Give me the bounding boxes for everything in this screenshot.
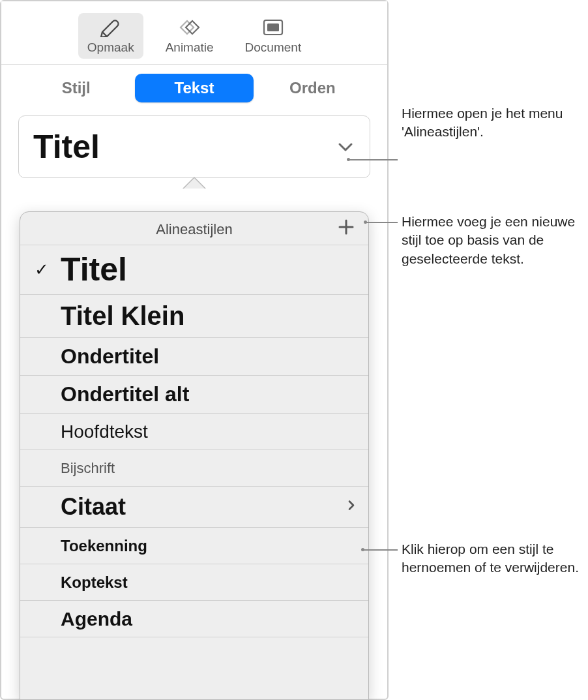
style-item[interactable]: ✓Titel — [20, 245, 368, 295]
format-tab-label: Opmaak — [87, 40, 134, 55]
popover-title: Alineastijlen — [156, 221, 232, 238]
style-item-label: Titel — [61, 252, 127, 288]
style-item-label: Citaat — [61, 493, 126, 521]
paragraph-style-selector[interactable]: Titel — [18, 115, 370, 178]
style-item[interactable]: Toekenning — [20, 528, 368, 564]
callout-open-menu-text: Hiermee open je het menu 'Alineastijlen'… — [402, 106, 563, 139]
style-item-label: Agenda — [61, 608, 132, 630]
style-item[interactable]: Bijschrift — [20, 450, 368, 487]
document-icon — [260, 17, 286, 38]
chevron-right-icon[interactable] — [347, 500, 355, 515]
callout-rename-delete: Klik hierop om een stijl te hernoemen of… — [402, 540, 584, 577]
callout-add-style: Hiermee voeg je een nieuwe stijl toe op … — [402, 213, 584, 268]
style-item-label: Toekenning — [61, 537, 147, 555]
popover-header: Alineastijlen — [20, 212, 368, 245]
document-tab-button[interactable]: Document — [236, 13, 311, 59]
chevron-down-icon — [336, 139, 355, 155]
style-item[interactable]: Ondertitel alt — [20, 376, 368, 414]
style-item[interactable]: Titel Klein — [20, 295, 368, 338]
style-item[interactable]: Agenda — [20, 601, 368, 637]
style-item[interactable]: Koptekst — [20, 564, 368, 601]
callout-add-style-text: Hiermee voeg je een nieuwe stijl toe op … — [402, 214, 575, 266]
tab-style[interactable]: Stijl — [17, 74, 135, 102]
style-item-label: Koptekst — [61, 573, 128, 592]
add-style-button[interactable] — [334, 217, 358, 240]
plus-icon — [337, 216, 355, 241]
tab-order[interactable]: Orden — [254, 74, 372, 102]
callout-open-menu: Hiermee open je het menu 'Alineastijlen'… — [402, 104, 578, 142]
diamond-icon — [177, 17, 203, 38]
style-item[interactable]: Hoofdtekst — [20, 414, 368, 450]
paintbrush-icon — [98, 17, 124, 38]
style-item-label: Ondertitel alt — [61, 382, 189, 406]
style-item-label: Titel Klein — [61, 301, 184, 331]
document-tab-label: Document — [245, 40, 302, 55]
paragraph-style-current: Titel — [33, 128, 100, 166]
style-item-label: Ondertitel — [61, 344, 159, 369]
tab-text[interactable]: Tekst — [135, 74, 253, 102]
animate-tab-label: Animatie — [166, 40, 214, 55]
style-item-label: Bijschrift — [61, 460, 115, 477]
animate-tab-button[interactable]: Animatie — [156, 13, 223, 59]
callout-rename-delete-text: Klik hierop om een stijl te hernoemen of… — [402, 541, 579, 575]
style-item[interactable]: Ondertitel — [20, 338, 368, 376]
popover-caret — [183, 177, 206, 189]
inspector-toolbar: Opmaak Animatie Document — [1, 1, 387, 65]
format-inspector-panel: Opmaak Animatie Document Stijl Tekst Ord… — [0, 0, 389, 700]
inspector-subtabs: Stijl Tekst Orden — [17, 74, 372, 102]
svg-rect-1 — [267, 23, 279, 31]
paragraph-style-list: ✓TitelTitel KleinOndertitelOndertitel al… — [20, 245, 368, 637]
style-item[interactable]: Citaat — [20, 487, 368, 528]
checkmark-icon: ✓ — [35, 260, 61, 280]
format-tab-button[interactable]: Opmaak — [78, 13, 143, 59]
style-item-label: Hoofdtekst — [61, 421, 148, 442]
paragraph-styles-popover: Alineastijlen ✓TitelTitel KleinOndertite… — [20, 211, 369, 700]
